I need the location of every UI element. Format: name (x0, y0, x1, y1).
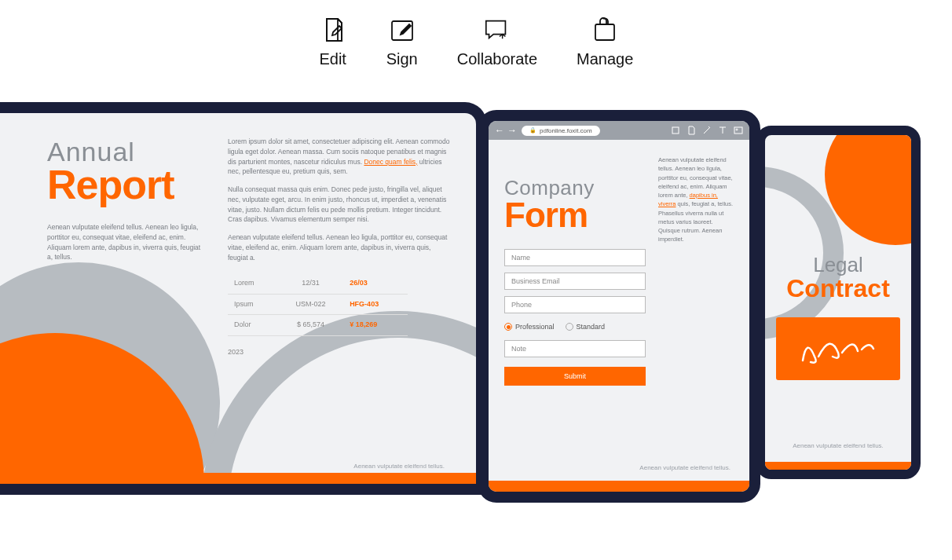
wand-icon[interactable] (702, 126, 712, 135)
manage-icon (591, 16, 619, 44)
tablet-device: ← → 🔒 pdfonline.foxit.com Company Form N… (478, 110, 760, 503)
url-bar[interactable]: 🔒 pdfonline.foxit.com (522, 126, 600, 136)
accent-bar (0, 473, 476, 484)
table-row: Lorem12/3126/03 (228, 273, 408, 294)
sign-label: Sign (386, 50, 418, 68)
svg-rect-1 (595, 24, 614, 40)
svg-rect-3 (734, 127, 742, 134)
report-para-2: Nulla consequat massa quis enim. Donec p… (228, 185, 452, 225)
table-row: IpsumUSM-022HFG-403 (228, 294, 408, 315)
edit-label: Edit (319, 50, 346, 68)
sign-icon (388, 16, 416, 44)
inline-link[interactable]: Donec quam felis, (364, 158, 417, 166)
note-field[interactable]: Note (504, 340, 646, 357)
phone-device: Legal Contract Aenean vulputate eleifend… (756, 126, 921, 479)
svg-point-4 (736, 129, 738, 130)
accent-bar (489, 481, 749, 492)
legal-title-2: Contract (765, 274, 911, 303)
phone-footer: Aenean vulputate eleifend tellus. (765, 442, 911, 449)
signature-icon (795, 329, 881, 368)
edit-icon (319, 16, 347, 44)
report-para-1: Lorem ipsum dolor sit amet, consectetuer… (228, 137, 452, 177)
report-para-3: Aenean vulputate eleifend tellus. Aenean… (228, 232, 452, 262)
edit-tool[interactable]: Edit (319, 16, 347, 68)
collaborate-tool[interactable]: Collaborate (457, 16, 537, 68)
lock-icon: 🔒 (529, 127, 536, 134)
radio-icon (566, 323, 573, 331)
year-label: 2023 (228, 347, 452, 358)
form-title-2: Form (504, 196, 646, 235)
email-field[interactable]: Business Email (504, 273, 646, 290)
laptop-footer: Aenean vulputate eleifend tellus. (353, 463, 445, 470)
crop-icon[interactable] (671, 126, 680, 135)
signature-box[interactable] (776, 317, 900, 380)
back-icon[interactable]: ← (495, 125, 504, 136)
radio-group: Professional Standard (504, 323, 646, 331)
text-icon[interactable] (718, 126, 727, 135)
collaborate-icon (483, 16, 511, 44)
report-title-2: Report (47, 161, 204, 208)
accent-bar (765, 462, 911, 470)
manage-label: Manage (577, 50, 633, 68)
phone-field[interactable]: Phone (504, 296, 646, 313)
form-sidebar-text: Aenean vulputate eleifend tellus. Aenean… (658, 152, 734, 482)
radio-icon (504, 323, 512, 331)
radio-professional[interactable]: Professional (504, 323, 555, 331)
table-row: Dolor$ 65,574¥ 18,269 (228, 315, 408, 336)
report-subtext: Aenean vulputate eleifend tellus. Aenean… (47, 222, 204, 262)
image-icon[interactable] (734, 126, 743, 135)
name-field[interactable]: Name (504, 249, 646, 266)
radio-standard[interactable]: Standard (566, 323, 606, 331)
submit-button[interactable]: Submit (504, 367, 646, 386)
forward-icon[interactable]: → (507, 125, 517, 136)
collaborate-label: Collaborate (457, 50, 537, 68)
browser-bar: ← → 🔒 pdfonline.foxit.com (489, 121, 749, 140)
manage-tool[interactable]: Manage (577, 16, 633, 68)
sign-tool[interactable]: Sign (386, 16, 418, 68)
svg-rect-2 (672, 127, 679, 134)
page-icon[interactable] (687, 126, 696, 135)
data-table: Lorem12/3126/03 IpsumUSM-022HFG-403 Dolo… (228, 273, 408, 336)
main-toolbar: Edit Sign Collaborate Manage (0, 0, 952, 76)
laptop-device: Annual Report Aenean vulputate eleifend … (0, 102, 487, 518)
url-text: pdfonline.foxit.com (540, 127, 592, 134)
tablet-footer: Aenean vulputate eleifend tellus. (639, 464, 730, 471)
